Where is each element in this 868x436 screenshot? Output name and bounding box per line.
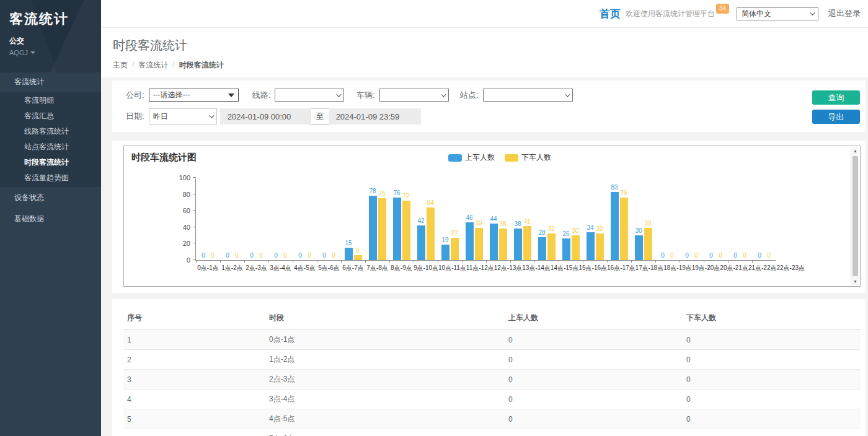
table-column-header: 时段 bbox=[265, 308, 505, 330]
table-row: 21点-2点00 bbox=[123, 350, 861, 370]
bar: 0 bbox=[732, 253, 740, 260]
breadcrumb-separator: / bbox=[132, 60, 134, 71]
scroll-down-icon[interactable]: ▼ bbox=[851, 279, 859, 284]
breadcrumb-item-0[interactable]: 主页 bbox=[113, 60, 128, 71]
x-tick-label: 8点-9点 bbox=[389, 264, 414, 272]
home-link[interactable]: 首页 bbox=[600, 7, 621, 21]
breadcrumb-item-1[interactable]: 客流统计 bbox=[138, 60, 168, 71]
bar-value-label: 0 bbox=[670, 253, 674, 259]
sidebar-item-3[interactable]: 线路客流统计 bbox=[0, 124, 101, 139]
sidebar-item-7[interactable]: 设备状态 bbox=[0, 187, 101, 208]
x-tick-label: 2点-3点 bbox=[244, 264, 268, 272]
bar-value-label: 0 bbox=[250, 253, 254, 259]
bar-value-label: 27 bbox=[451, 230, 458, 237]
bar: 64 bbox=[427, 200, 435, 260]
bar-group-19: 00 bbox=[655, 178, 680, 260]
bar-value-label: 83 bbox=[611, 185, 618, 191]
bar-group-21: 00 bbox=[704, 178, 728, 260]
vehicle-select[interactable] bbox=[379, 89, 449, 102]
bar-value-label: 0 bbox=[274, 253, 278, 259]
bar-value-label: 19 bbox=[441, 237, 448, 243]
data-table: 序号时段上车人数下车人数 10点-1点0021点-2点0032点-3点0043点… bbox=[123, 308, 861, 436]
bar-group-0: 00 bbox=[196, 178, 220, 260]
bar-group-7: 7875 bbox=[365, 178, 389, 260]
bar-fill bbox=[417, 225, 425, 260]
caret-down-icon bbox=[30, 51, 35, 54]
bar-value-label: 76 bbox=[620, 190, 627, 196]
sidebar-item-1[interactable]: 客流明细 bbox=[0, 93, 101, 108]
chart-panel: 时段车流统计图 上车人数下车人数 00000000000015678757672… bbox=[112, 141, 866, 293]
x-tick-label: 21点-22点 bbox=[748, 264, 777, 272]
export-button[interactable]: 导出 bbox=[812, 110, 860, 124]
logout-link[interactable]: 退出登录 bbox=[828, 8, 861, 19]
y-tick-mark bbox=[193, 194, 196, 194]
y-tick-label: 20 bbox=[183, 240, 190, 247]
bar-fill bbox=[547, 233, 556, 260]
y-tick-mark bbox=[193, 210, 196, 211]
bar-fill bbox=[427, 207, 435, 260]
bar-value-label: 30 bbox=[572, 228, 578, 234]
bar-fill bbox=[369, 196, 377, 260]
table-cell: 5点-6点 bbox=[265, 429, 505, 436]
bar-fill bbox=[611, 192, 619, 260]
x-axis-ticks bbox=[196, 260, 776, 263]
sidebar-item-2[interactable]: 客流汇总 bbox=[0, 108, 101, 124]
bar-fill bbox=[538, 237, 546, 260]
station-select[interactable] bbox=[483, 89, 573, 102]
sidebar: 客流统计 公交 AQGJ 客流统计客流明细客流汇总线路客流统计站点客流统计时段客… bbox=[0, 0, 101, 436]
bar-value-label: 46 bbox=[466, 215, 472, 221]
legend-item[interactable]: 下车人数 bbox=[505, 152, 551, 163]
bar-value-label: 32 bbox=[596, 226, 603, 232]
bar: 0 bbox=[233, 253, 241, 260]
bar: 0 bbox=[741, 253, 749, 260]
sidebar-item-5[interactable]: 时段客流统计 bbox=[0, 155, 101, 170]
chart-scrollbar[interactable]: ▲ ▼ bbox=[851, 147, 859, 286]
bar-value-label: 6 bbox=[356, 248, 360, 254]
y-tick-mark bbox=[193, 227, 196, 227]
bar-value-label: 39 bbox=[475, 220, 482, 227]
station-label: 站点: bbox=[460, 90, 479, 101]
bar: 0 bbox=[306, 253, 314, 260]
bar: 26 bbox=[562, 231, 570, 260]
table-cell: 3点-4点 bbox=[265, 390, 505, 409]
table-header-row: 序号时段上车人数下车人数 bbox=[123, 308, 861, 330]
bar-fill bbox=[523, 226, 531, 260]
query-button[interactable]: 查询 bbox=[812, 90, 860, 105]
bar-value-label: 0 bbox=[767, 253, 771, 259]
y-tick-label: 100 bbox=[179, 174, 190, 181]
table-row: 32点-3点00 bbox=[123, 370, 861, 390]
bar-group-17: 8376 bbox=[607, 178, 631, 260]
sidebar-item-6[interactable]: 客流量趋势图 bbox=[0, 170, 101, 186]
bar: 39 bbox=[644, 220, 652, 260]
legend-item[interactable]: 上车人数 bbox=[448, 152, 495, 163]
sidebar-item-8[interactable]: 基础数据 bbox=[0, 208, 101, 229]
date-preset-select[interactable]: 昨日 bbox=[149, 108, 217, 124]
sidebar-item-0[interactable]: 客流统计 bbox=[0, 72, 101, 92]
x-tick-label: 12点-13点 bbox=[494, 264, 523, 272]
bar-group-2: 00 bbox=[244, 178, 268, 260]
y-tick-mark bbox=[193, 177, 196, 178]
date-preset-value: 昨日 bbox=[153, 111, 168, 122]
company-select[interactable]: ---请选择--- bbox=[149, 89, 239, 102]
bar-value-label: 0 bbox=[259, 253, 263, 259]
line-select[interactable] bbox=[275, 89, 344, 102]
x-tick-label: 13点-14点 bbox=[522, 264, 551, 272]
date-to-input[interactable]: 2024-01-09 23:59 bbox=[329, 108, 421, 124]
bar: 42 bbox=[417, 218, 425, 260]
x-tick-label: 11点-12点 bbox=[466, 264, 494, 272]
chart-title: 时段车流统计图 bbox=[131, 152, 197, 164]
bar: 27 bbox=[451, 230, 459, 260]
bar-value-label: 0 bbox=[733, 253, 737, 259]
scroll-up-icon[interactable]: ▲ bbox=[851, 149, 859, 153]
sidebar-item-4[interactable]: 站点客流统计 bbox=[0, 139, 101, 155]
bar: 0 bbox=[765, 253, 773, 260]
y-tick-mark bbox=[193, 259, 196, 260]
bar-value-label: 0 bbox=[332, 253, 335, 259]
user-dropdown[interactable]: AQGJ bbox=[9, 49, 101, 56]
scrollbar-thumb[interactable] bbox=[852, 156, 858, 276]
date-from-input[interactable]: 2024-01-09 00:00 bbox=[220, 108, 311, 124]
x-tick-label: 22点-23点 bbox=[776, 264, 805, 272]
language-select[interactable]: 简体中文 bbox=[737, 7, 818, 20]
table-panel: 序号时段上车人数下车人数 10点-1点0021点-2点0032点-3点0043点… bbox=[112, 299, 866, 436]
table-cell: 4 bbox=[123, 390, 265, 409]
